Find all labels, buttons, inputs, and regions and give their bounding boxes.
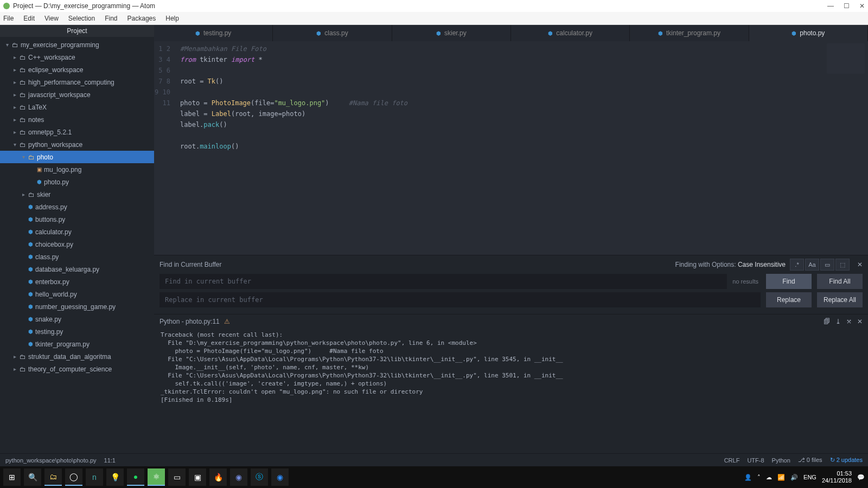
taskbar-start-button[interactable]: ⊞ xyxy=(3,468,21,486)
tray-clock[interactable]: 01:53 24/11/2018 xyxy=(822,470,852,484)
find-close-icon[interactable]: ✕ xyxy=(857,261,863,268)
tab-calculator[interactable]: ⬢calculator.py xyxy=(511,25,630,41)
menu-selection[interactable]: Selection xyxy=(68,15,95,22)
menu-help[interactable]: Help xyxy=(165,15,179,22)
tree-folder[interactable]: ▸🗀struktur_data_dan_algoritma xyxy=(0,350,154,363)
replace-input[interactable] xyxy=(159,292,761,307)
find-opt-selection[interactable]: ▭ xyxy=(820,259,834,271)
tree-folder-photo[interactable]: ▾🗀photo xyxy=(0,151,154,163)
editor-main: ⬢testing.py ⬢class.py ⬢skier.py ⬢calcula… xyxy=(154,25,868,453)
tree-file-python[interactable]: ⬢address.py xyxy=(0,201,154,213)
code-editor[interactable]: 1 2 3 4 5 6 7 8 9 10 11 #Menambahkan Fil… xyxy=(154,41,868,255)
tab-testing[interactable]: ⬢testing.py xyxy=(154,25,273,41)
tree-file-python[interactable]: ⬢number_guessing_game.py xyxy=(0,300,154,313)
tree-file-python[interactable]: ⬢enterbox.py xyxy=(0,275,154,288)
find-all-button[interactable]: Find All xyxy=(817,274,863,289)
tray-people-icon[interactable]: 👤 xyxy=(744,474,752,481)
tree-folder[interactable]: ▸🗀notes xyxy=(0,113,154,126)
minimap[interactable] xyxy=(827,43,865,74)
window-maximize-button[interactable]: ☐ xyxy=(844,2,850,10)
tab-photo[interactable]: ⬢photo.py xyxy=(749,25,868,41)
tree-file-python[interactable]: ⬢buttons.py xyxy=(0,213,154,226)
status-file-path[interactable]: python_workspace\photo\photo.py xyxy=(5,457,97,464)
taskbar-search-icon[interactable]: 🔍 xyxy=(24,468,41,486)
tree-folder-skier[interactable]: ▸🗀skier xyxy=(0,188,154,201)
taskbar-app-icon[interactable]: 💡 xyxy=(106,468,124,486)
tree-file-python[interactable]: ⬢snake.py xyxy=(0,313,154,325)
taskbar-app-icon[interactable]: ▭ xyxy=(168,468,186,486)
window-title: Project — D:\my_exercise_programming — A… xyxy=(13,2,155,10)
taskbar-discord-icon[interactable]: ◉ xyxy=(230,468,247,486)
tree-file-image[interactable]: ▣mu_logo.png xyxy=(0,163,154,176)
terminal-download-icon[interactable]: ⤓ xyxy=(835,318,841,325)
menu-find[interactable]: Find xyxy=(105,15,117,22)
find-opt-case[interactable]: Aa xyxy=(805,259,819,271)
taskbar-skype-icon[interactable]: ⓢ xyxy=(251,468,268,486)
taskbar-app-icon[interactable]: 🔥 xyxy=(209,468,227,486)
tray-language[interactable]: ENG xyxy=(803,474,816,480)
terminal-close-icon[interactable]: ✕ xyxy=(857,318,863,325)
status-language[interactable]: Python xyxy=(772,457,790,464)
tree-root[interactable]: ▾🗀my_exercise_programming xyxy=(0,38,154,51)
window-close-button[interactable]: ✕ xyxy=(859,2,865,10)
replace-button[interactable]: Replace xyxy=(766,292,812,307)
terminal-panel: Python - photo.py:11 ⚠ 🗐 ⤓ ⤧ ✕ Traceback… xyxy=(154,314,868,453)
tray-volume-icon[interactable]: 🔊 xyxy=(790,474,798,481)
find-title: Find in Current Buffer xyxy=(159,261,222,268)
tree-folder[interactable]: ▸🗀javascript_workspace xyxy=(0,88,154,101)
tab-skier[interactable]: ⬢skier.py xyxy=(392,25,511,41)
tray-notifications-icon[interactable]: 💬 xyxy=(857,474,865,481)
taskbar-chrome-icon[interactable]: ◯ xyxy=(65,468,82,486)
find-input[interactable] xyxy=(159,274,727,289)
taskbar-zoom-icon[interactable]: ◉ xyxy=(271,468,289,486)
status-eol[interactable]: CRLF xyxy=(724,457,740,464)
menu-edit[interactable]: Edit xyxy=(23,15,35,22)
code-content[interactable]: #Menambahkan File Foto from tkinter impo… xyxy=(176,41,868,255)
tree-folder[interactable]: ▸🗀C++_workspace xyxy=(0,51,154,63)
tree-folder[interactable]: ▸🗀theory_of_computer_science xyxy=(0,363,154,375)
menu-file[interactable]: File xyxy=(3,15,14,22)
tree-file-python[interactable]: ⬢choicebox.py xyxy=(0,238,154,251)
status-cursor-position[interactable]: 11:1 xyxy=(104,457,116,464)
tab-tkinter-program[interactable]: ⬢tkinter_program.py xyxy=(630,25,749,41)
menu-view[interactable]: View xyxy=(44,15,59,22)
taskbar-app-icon[interactable]: n xyxy=(86,468,103,486)
tree-folder[interactable]: ▸🗀LaTeX xyxy=(0,101,154,113)
status-updates[interactable]: ↻ 2 updates xyxy=(830,457,863,464)
tree-file-python[interactable]: ⬢database_keluarga.py xyxy=(0,263,154,275)
tree-file-python[interactable]: ⬢testing.py xyxy=(0,325,154,338)
tree-folder[interactable]: ▸🗀eclipse_workspace xyxy=(0,63,154,76)
terminal-title: Python - photo.py:11 xyxy=(159,318,220,325)
tray-chevron-up-icon[interactable]: ˄ xyxy=(757,474,761,481)
status-encoding[interactable]: UTF-8 xyxy=(747,457,764,464)
tree-folder[interactable]: ▸🗀omnetpp_5.2.1 xyxy=(0,126,154,138)
file-tree: ▾🗀my_exercise_programming ▸🗀C++_workspac… xyxy=(0,37,154,453)
tab-class[interactable]: ⬢class.py xyxy=(273,25,392,41)
find-button[interactable]: Find xyxy=(766,274,812,289)
taskbar-atom-icon[interactable]: ⚛ xyxy=(148,468,165,486)
terminal-settings-icon[interactable]: ⤧ xyxy=(846,318,852,325)
tree-file-python[interactable]: ⬢tkinter_program.py xyxy=(0,338,154,350)
window-minimize-button[interactable]: — xyxy=(827,2,834,10)
tree-folder-python-workspace[interactable]: ▾🗀python_workspace xyxy=(0,138,154,151)
atom-app-icon xyxy=(3,3,10,9)
find-opt-whole-word[interactable]: ⬚ xyxy=(835,259,850,271)
tree-file-python[interactable]: ⬢photo.py xyxy=(0,176,154,188)
taskbar-explorer-icon[interactable]: 🗂 xyxy=(44,468,62,486)
menu-packages[interactable]: Packages xyxy=(127,15,156,22)
find-opt-regex[interactable]: .* xyxy=(790,259,804,271)
status-git[interactable]: ⎇ 0 files xyxy=(798,457,822,464)
tree-file-python[interactable]: ⬢calculator.py xyxy=(0,226,154,238)
replace-all-button[interactable]: Replace All xyxy=(817,292,863,307)
tree-file-python[interactable]: ⬢hello_world.py xyxy=(0,288,154,300)
taskbar-terminal-icon[interactable]: ▣ xyxy=(189,468,206,486)
tray-onedrive-icon[interactable]: ☁ xyxy=(766,474,772,481)
tree-file-python[interactable]: ⬢class.py xyxy=(0,251,154,263)
taskbar-spotify-icon[interactable]: ● xyxy=(127,468,144,486)
tray-wifi-icon[interactable]: 📶 xyxy=(777,474,785,481)
find-no-results: no results xyxy=(732,278,758,285)
windows-taskbar: ⊞ 🔍 🗂 ◯ n 💡 ● ⚛ ▭ ▣ 🔥 ◉ ⓢ ◉ 👤 ˄ ☁ 📶 🔊 EN… xyxy=(0,466,868,488)
terminal-copy-icon[interactable]: 🗐 xyxy=(824,318,830,325)
terminal-output[interactable]: Traceback (most recent call last): File … xyxy=(154,329,868,406)
tree-folder[interactable]: ▸🗀high_performance_computing xyxy=(0,76,154,88)
